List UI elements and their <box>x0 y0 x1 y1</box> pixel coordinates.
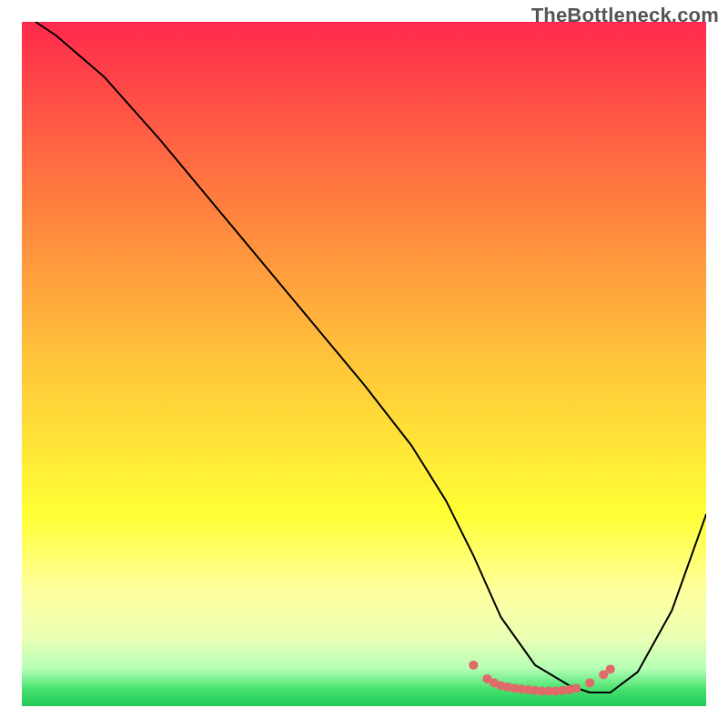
chart-background <box>22 22 706 706</box>
bottleneck-chart <box>22 22 706 706</box>
marker-dot <box>585 678 594 687</box>
marker-dot <box>469 661 478 670</box>
chart-container: TheBottleneck.com <box>0 0 728 728</box>
plot-area <box>22 22 706 706</box>
marker-dot <box>571 683 581 693</box>
marker-dot <box>606 664 615 673</box>
